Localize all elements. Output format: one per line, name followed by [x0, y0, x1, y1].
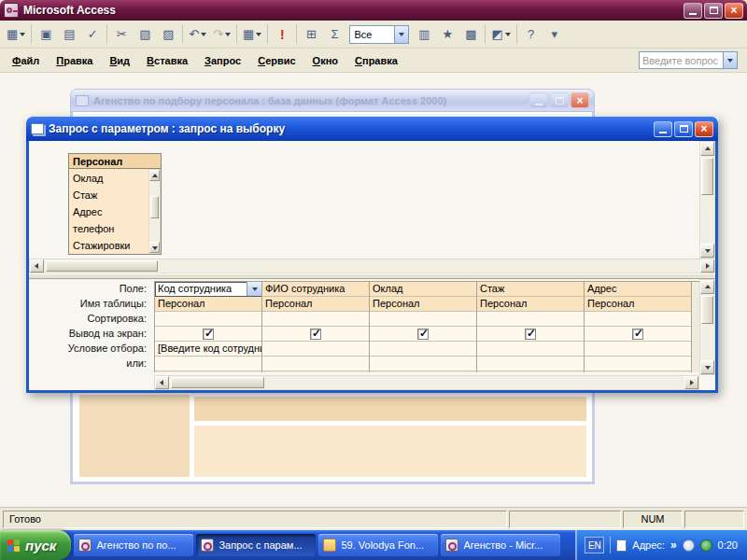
database-window-titlebar[interactable]: Агенство по подбору персонала : база дан…	[70, 89, 595, 112]
criteria-cell[interactable]	[370, 342, 476, 357]
query-type-button[interactable]: ▦	[240, 23, 264, 45]
field-cell[interactable]: Стаж	[477, 282, 584, 297]
query-maximize-button[interactable]	[674, 121, 693, 137]
new-object-button[interactable]: ◩	[488, 23, 513, 45]
expand-chevron-icon[interactable]: »	[670, 539, 677, 552]
network-icon[interactable]	[700, 539, 712, 552]
menu-edit[interactable]: Правка	[48, 50, 101, 71]
field-cell[interactable]: Адрес	[585, 282, 691, 297]
or-cell[interactable]	[370, 357, 476, 371]
grid-vscrollbar[interactable]	[699, 279, 715, 375]
field-list-item[interactable]: Оклад	[70, 170, 148, 187]
show-checkbox[interactable]	[417, 329, 429, 340]
db-minimize-button[interactable]	[529, 92, 548, 108]
print-button[interactable]: ▤	[58, 23, 80, 45]
taskbar-item[interactable]: Агенство по по...	[74, 534, 193, 556]
grid-hscrollbar[interactable]	[154, 375, 699, 390]
field-cell[interactable]: Код сотрудника	[155, 282, 261, 297]
toolbar-options-button[interactable]: ▾	[543, 23, 566, 45]
field-cell[interactable]: Оклад	[370, 282, 476, 297]
table-cell[interactable]: Персонал	[370, 297, 476, 312]
query-minimize-button[interactable]	[654, 121, 672, 137]
totals-button[interactable]: Σ	[323, 23, 345, 45]
table-cell[interactable]: Персонал	[262, 297, 369, 312]
sort-cell[interactable]	[370, 312, 476, 327]
language-indicator[interactable]: EN	[585, 537, 604, 553]
criteria-cell[interactable]	[477, 342, 584, 357]
scroll-right-icon[interactable]	[684, 376, 698, 389]
show-all-records-combo[interactable]: Все	[349, 25, 409, 44]
view-design-button[interactable]: ▦	[4, 23, 28, 45]
combo-dropdown-icon[interactable]	[394, 26, 408, 43]
paste-button[interactable]: ▨	[157, 23, 179, 45]
scroll-left-icon[interactable]	[30, 259, 44, 273]
ask-dropdown-icon[interactable]	[723, 52, 737, 68]
table-cell[interactable]: Персонал	[585, 297, 691, 312]
sort-cell[interactable]	[155, 312, 261, 327]
properties-button[interactable]: ▥	[413, 23, 435, 45]
db-close-button[interactable]: ×	[571, 92, 589, 108]
menu-window[interactable]: Окно	[304, 50, 346, 71]
or-cell[interactable]	[477, 357, 584, 371]
scroll-up-icon[interactable]	[700, 142, 714, 156]
scroll-down-icon[interactable]	[700, 360, 714, 374]
criteria-cell[interactable]: [Введите код сотрудника]	[155, 342, 261, 357]
menu-view[interactable]: Вид	[101, 50, 138, 71]
show-table-button[interactable]: ⊞	[300, 23, 322, 45]
show-checkbox[interactable]	[632, 329, 643, 340]
or-cell[interactable]	[155, 357, 261, 371]
sort-cell[interactable]	[585, 312, 691, 327]
spelling-button[interactable]: ✓	[81, 23, 104, 45]
redo-button[interactable]: ↷	[210, 23, 233, 45]
menu-help[interactable]: Справка	[346, 50, 406, 71]
menu-query[interactable]: Запрос	[196, 50, 249, 71]
scroll-up-icon[interactable]	[149, 170, 160, 181]
criteria-cell[interactable]	[262, 342, 369, 357]
top-pane-vscrollbar[interactable]	[699, 141, 715, 259]
ask-question-input[interactable]: Введите вопрос	[639, 51, 738, 69]
field-list-item[interactable]: Стажировки	[70, 237, 148, 253]
field-list-item[interactable]: Стаж	[70, 187, 148, 203]
show-checkbox[interactable]	[310, 329, 321, 340]
sort-cell[interactable]	[262, 312, 369, 327]
save-button[interactable]: ▣	[35, 23, 57, 45]
top-pane-hscrollbar[interactable]	[29, 259, 715, 273]
or-cell[interactable]	[262, 357, 369, 371]
show-checkbox[interactable]	[525, 329, 536, 340]
menu-file[interactable]: Файл	[4, 50, 48, 71]
menu-insert[interactable]: Вставка	[138, 50, 196, 71]
close-button[interactable]: ×	[725, 3, 743, 19]
main-window-titlebar[interactable]: Microsoft Access ×	[0, 0, 747, 21]
scroll-down-icon[interactable]	[700, 244, 714, 258]
field-list-scrollbar[interactable]	[148, 169, 161, 254]
show-checkbox[interactable]	[203, 329, 214, 340]
cut-button[interactable]: ✂	[110, 23, 133, 45]
scroll-up-icon[interactable]	[700, 280, 714, 294]
table-cell[interactable]: Персонал	[477, 297, 584, 312]
table-cell[interactable]: Персонал	[155, 297, 261, 312]
field-list-item[interactable]: телефон	[70, 220, 148, 237]
criteria-cell[interactable]	[585, 342, 691, 357]
taskbar-item[interactable]: Запрос с парам...	[196, 534, 316, 556]
field-list-caption[interactable]: Персонал	[68, 153, 162, 169]
field-cell[interactable]: ФИО сотрудника	[262, 282, 369, 297]
copy-button[interactable]: ▧	[134, 23, 156, 45]
minimize-button[interactable]	[684, 3, 702, 19]
field-list-item[interactable]: Адрес	[70, 203, 148, 220]
scroll-left-icon[interactable]	[155, 376, 169, 389]
start-button[interactable]: пуск	[0, 530, 71, 560]
restore-button[interactable]	[704, 3, 723, 19]
field-dropdown-button[interactable]	[247, 282, 261, 296]
help-button[interactable]: ?	[520, 23, 543, 45]
menu-tools[interactable]: Сервис	[249, 50, 303, 71]
query-close-button[interactable]: ×	[695, 121, 713, 137]
volume-icon[interactable]	[683, 539, 695, 552]
database-window-button[interactable]: ▩	[459, 23, 482, 45]
or-cell[interactable]	[585, 357, 691, 371]
scroll-down-icon[interactable]	[149, 242, 160, 253]
taskbar-item[interactable]: Агенство - Micr...	[441, 534, 560, 556]
build-button[interactable]: ★	[436, 23, 458, 45]
sort-cell[interactable]	[477, 312, 584, 327]
clock[interactable]: 0:20	[718, 539, 738, 551]
query-window-titlebar[interactable]: Запрос с параметром : запрос на выборку …	[26, 117, 718, 141]
